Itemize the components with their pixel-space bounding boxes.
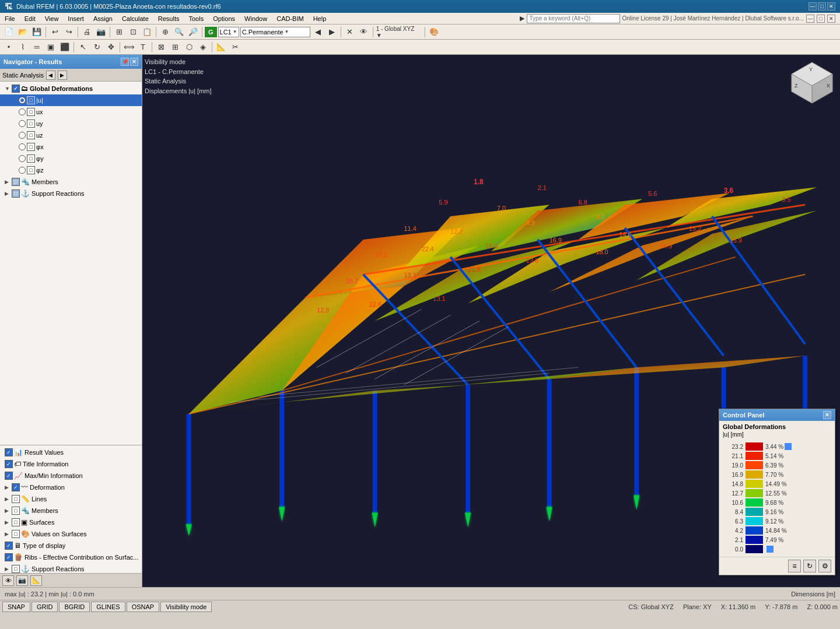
- tree-item-maxmin-info[interactable]: ✓ 📈 Max/Min Information: [0, 470, 142, 482]
- select-btn[interactable]: ↖: [76, 41, 89, 54]
- menu-calculate[interactable]: Calculate: [117, 13, 153, 24]
- cp-refresh-btn[interactable]: ↻: [803, 560, 816, 572]
- menu-tools[interactable]: Tools: [184, 13, 208, 24]
- check-phix[interactable]: □: [27, 143, 35, 151]
- glines-btn[interactable]: GLINES: [91, 602, 125, 612]
- save-btn[interactable]: 💾: [30, 26, 43, 38]
- solid-btn[interactable]: ⬛: [58, 41, 71, 54]
- check-uz[interactable]: □: [27, 131, 35, 139]
- tree-item-members-disp[interactable]: ▶ □ 🔩 Members: [0, 505, 142, 516]
- tree-item-deformation[interactable]: ▶ ✓ 〰 Deformation: [0, 482, 142, 493]
- tree-item-ux[interactable]: □ ux: [0, 106, 142, 118]
- cp-close-btn[interactable]: ✕: [823, 411, 831, 419]
- titlebar-controls[interactable]: — □ ✕: [808, 2, 835, 10]
- tree-item-phiz[interactable]: □ φz: [0, 164, 142, 176]
- bgrid-btn[interactable]: BGRID: [59, 602, 90, 612]
- nav-cube[interactable]: Y X Z: [789, 59, 835, 106]
- nav-back-btn[interactable]: ◀: [46, 71, 55, 80]
- menu-insert[interactable]: Insert: [63, 13, 89, 24]
- radio-phiy[interactable]: [19, 155, 26, 162]
- nav-dock-btn[interactable]: 📌: [121, 58, 129, 66]
- menu-help[interactable]: Help: [309, 13, 331, 24]
- tree-item-u-abs[interactable]: □ |u|: [0, 94, 142, 106]
- nav-close-btn[interactable]: ✕: [130, 58, 138, 66]
- grid-btn-bottom[interactable]: GRID: [32, 602, 58, 612]
- check-ribs[interactable]: ✓: [5, 553, 13, 561]
- surface-btn[interactable]: ▣: [44, 41, 57, 54]
- redo-btn[interactable]: ↪: [62, 26, 75, 38]
- check-deformation[interactable]: ✓: [12, 483, 20, 491]
- result-view-btn[interactable]: 👁: [358, 26, 370, 38]
- text-btn[interactable]: T: [136, 41, 149, 54]
- menubar-minimize-btn[interactable]: —: [806, 15, 814, 23]
- tree-item-phiy[interactable]: □ φy: [0, 153, 142, 164]
- menu-file[interactable]: File: [0, 13, 20, 24]
- minimize-button[interactable]: —: [808, 2, 817, 10]
- close-button[interactable]: ✕: [827, 2, 835, 10]
- radio-u-abs[interactable]: [19, 97, 26, 104]
- tree-item-uz[interactable]: □ uz: [0, 129, 142, 141]
- tree-item-ribs[interactable]: ✓ 🪵 Ribs - Effective Contribution on Sur…: [0, 551, 142, 563]
- section-btn[interactable]: ✂: [229, 41, 242, 54]
- check-sr-disp[interactable]: □: [12, 565, 20, 573]
- lc-selector[interactable]: G LC1 ▼ C.Permanente ▼: [205, 27, 310, 37]
- radio-uy[interactable]: [19, 120, 26, 127]
- osnap-btn[interactable]: OSNAP: [127, 602, 160, 612]
- check-members-disp[interactable]: □: [12, 507, 20, 515]
- check-ux[interactable]: □: [27, 108, 35, 116]
- member-btn[interactable]: ═: [30, 41, 43, 54]
- view-top-btn[interactable]: ⊞: [169, 41, 181, 54]
- radio-phiz[interactable]: [19, 167, 26, 174]
- tree-item-uy[interactable]: □ uy: [0, 118, 142, 129]
- check-result-values[interactable]: ✓: [5, 448, 13, 456]
- cp-table-btn[interactable]: ≡: [788, 560, 801, 572]
- tree-item-values-on-surfaces[interactable]: ▶ □ 🎨 Values on Surfaces: [0, 528, 142, 540]
- nav-measure-btn[interactable]: 📐: [30, 575, 42, 586]
- tree-item-title-info[interactable]: ✓ 🏷 Title Information: [0, 458, 142, 470]
- view-front-btn[interactable]: ⊠: [155, 41, 167, 54]
- radio-uz[interactable]: [19, 132, 26, 139]
- menubar-close-btn[interactable]: ✕: [827, 15, 835, 23]
- radio-ux[interactable]: [19, 108, 26, 115]
- prev-lc-btn[interactable]: ◀: [312, 26, 324, 38]
- zoom-out-btn[interactable]: 🔎: [187, 26, 200, 38]
- next-lc-btn[interactable]: ▶: [326, 26, 338, 38]
- zoom-all-btn[interactable]: ⊕: [159, 26, 172, 38]
- nav-forward-btn[interactable]: ▶: [58, 71, 67, 80]
- visibility-mode-btn[interactable]: Visibility mode: [160, 602, 212, 612]
- dimension-btn[interactable]: ⟺: [123, 41, 135, 54]
- print-btn[interactable]: 🖨: [80, 26, 93, 38]
- measure-btn[interactable]: 📐: [215, 41, 228, 54]
- menu-assign[interactable]: Assign: [89, 13, 117, 24]
- viewport[interactable]: Visibility mode LC1 - C.Permanente Stati…: [142, 55, 840, 587]
- menubar-restore-btn[interactable]: □: [817, 15, 825, 23]
- maximize-button[interactable]: □: [818, 2, 826, 10]
- check-u-abs[interactable]: □: [27, 96, 35, 104]
- check-title-info[interactable]: ✓: [5, 460, 13, 468]
- check-surfaces[interactable]: □: [12, 518, 20, 526]
- check-phiy[interactable]: □: [27, 154, 35, 163]
- menu-cad-bim[interactable]: CAD-BIM: [272, 13, 308, 24]
- tree-item-support-reactions-disp[interactable]: ▶ □ ⚓ Support Reactions: [0, 563, 142, 573]
- menu-view[interactable]: View: [40, 13, 64, 24]
- tree-item-support-reactions[interactable]: ▶ ⊡ ⚓ Support Reactions: [0, 188, 142, 199]
- rotate-btn[interactable]: ↻: [90, 41, 103, 54]
- check-lines[interactable]: □: [12, 495, 20, 503]
- menu-results[interactable]: Results: [153, 13, 184, 24]
- snap-btn[interactable]: SNAP: [2, 602, 30, 612]
- line-btn[interactable]: ⌇: [16, 41, 29, 54]
- nav-camera-btn[interactable]: 📷: [16, 575, 28, 586]
- menu-window[interactable]: Window: [240, 13, 272, 24]
- layer-btn[interactable]: 📋: [141, 26, 153, 38]
- check-maxmin[interactable]: ✓: [5, 472, 13, 480]
- node-btn[interactable]: •: [2, 41, 15, 54]
- check-type-display[interactable]: ✓: [5, 542, 13, 550]
- result-cross-btn[interactable]: ✕: [344, 26, 356, 38]
- snap-btn[interactable]: ⊡: [127, 26, 139, 38]
- tree-item-lines[interactable]: ▶ □ 📏 Lines: [0, 493, 142, 505]
- navigator-header-controls[interactable]: 📌 ✕: [121, 58, 138, 66]
- screenshot-btn[interactable]: 📷: [94, 26, 107, 38]
- undo-btn[interactable]: ↩: [48, 26, 61, 38]
- grid-btn[interactable]: ⊞: [113, 26, 125, 38]
- rendering-btn[interactable]: 🎨: [428, 26, 440, 38]
